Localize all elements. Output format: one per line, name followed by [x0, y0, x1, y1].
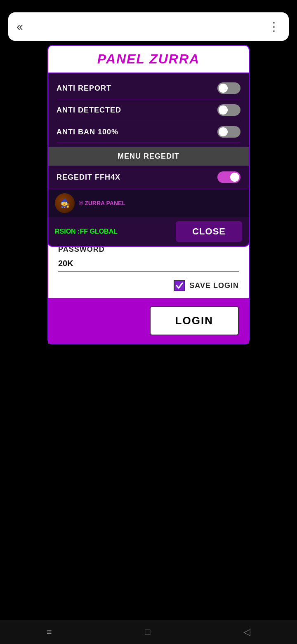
save-login-checkbox[interactable]	[174, 280, 185, 291]
footer-copyright: © ZURRA PANEL	[79, 200, 125, 206]
menu-regedit-header: MENU REGEDIT	[48, 147, 249, 166]
anti-detected-toggle[interactable]	[217, 104, 240, 116]
browser-bar: « ⋮	[8, 12, 289, 41]
anti-report-toggle[interactable]	[217, 82, 240, 94]
password-input[interactable]	[58, 256, 239, 272]
login-button[interactable]: LOGIN	[150, 306, 239, 335]
version-close-row: RSION :FF GLOBAL CLOSE	[48, 217, 249, 246]
anti-report-label: ANTI REPORT	[57, 84, 111, 93]
regedit-ffh4x-toggle[interactable]	[217, 171, 240, 183]
cheat-panel-overlay: PANEL ZURRA ANTI REPORT ANTI DETECTED AN…	[47, 41, 250, 247]
anti-ban-toggle[interactable]	[217, 126, 240, 138]
panel-footer: 🧙 © ZURRA PANEL	[48, 189, 249, 217]
browser-menu-button[interactable]: ⋮	[268, 20, 280, 33]
nav-menu-icon[interactable]: ≡	[47, 627, 52, 637]
nav-home-icon[interactable]: □	[145, 627, 150, 637]
toggle-section: ANTI REPORT ANTI DETECTED ANTI BAN 100%	[48, 73, 249, 147]
anti-ban-label: ANTI BAN 100%	[57, 128, 118, 136]
nav-back-icon[interactable]: ◁	[243, 627, 250, 637]
footer-logo-area: 🧙 © ZURRA PANEL	[55, 193, 125, 213]
regedit-ffh4x-label: REGEDIT FFH4X	[57, 173, 120, 182]
panel-title: PANEL ZURRA	[57, 52, 240, 67]
bottom-nav: ≡ □ ◁	[0, 620, 297, 644]
anti-detected-row: ANTI DETECTED	[57, 99, 240, 121]
cheat-panel: PANEL ZURRA ANTI REPORT ANTI DETECTED AN…	[47, 45, 250, 247]
login-btn-area: LOGIN	[48, 298, 249, 344]
anti-report-row: ANTI REPORT	[57, 77, 240, 99]
anti-ban-row: ANTI BAN 100%	[57, 121, 240, 143]
regedit-row: REGEDIT FFH4X	[48, 166, 249, 189]
close-button[interactable]: CLOSE	[176, 221, 242, 242]
save-login-label: SAVE LOGIN	[189, 281, 239, 290]
anti-detected-label: ANTI DETECTED	[57, 106, 121, 115]
panel-header: PANEL ZURRA	[48, 46, 249, 73]
back-button[interactable]: «	[16, 20, 23, 33]
version-text: RSION :FF GLOBAL	[55, 228, 118, 235]
save-login-row: SAVE LOGIN	[58, 280, 239, 291]
footer-avatar: 🧙	[55, 193, 75, 213]
